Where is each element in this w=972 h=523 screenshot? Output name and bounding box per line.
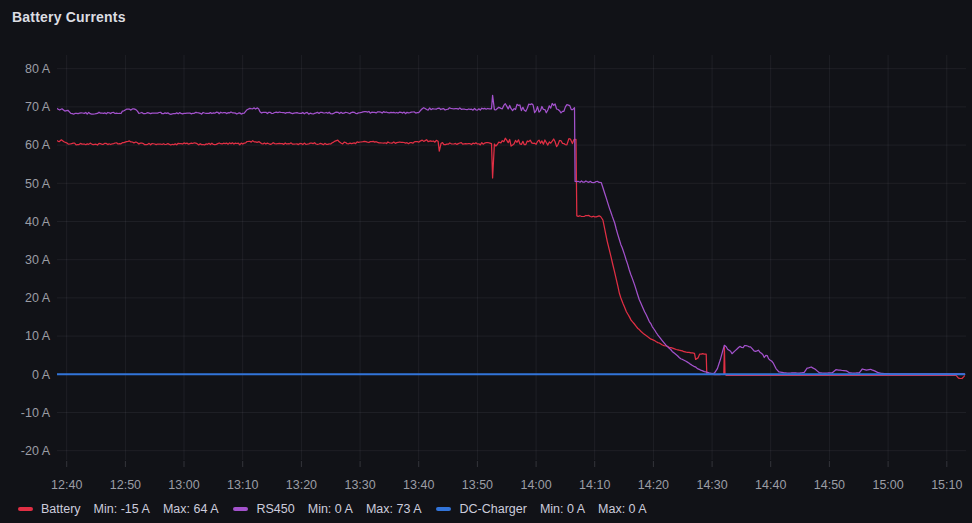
y-axis-tick-label: 10 A: [25, 329, 51, 343]
x-axis-tick-label: 13:30: [344, 478, 375, 492]
battery-currents-panel: Battery Currents 80 A70 A60 A50 A40 A30 …: [0, 0, 972, 523]
legend-series-head: Battery: [18, 502, 81, 516]
y-axis-tick-label: 60 A: [25, 138, 51, 152]
y-axis-tick-label: -20 A: [21, 444, 51, 458]
legend-max-value: Max: 73 A: [366, 502, 422, 516]
legend-swatch-icon: [233, 507, 248, 512]
y-axis-tick-label: 20 A: [25, 291, 51, 305]
x-axis-tick-label: 14:30: [696, 478, 727, 492]
y-axis-tick-label: 80 A: [25, 62, 51, 76]
x-axis-tick-label: 15:10: [931, 478, 962, 492]
legend-item-rs450[interactable]: RS450Min: 0 AMax: 73 A: [233, 502, 421, 516]
x-axis-tick-label: 13:40: [403, 478, 434, 492]
legend-max-value: Max: 64 A: [163, 502, 219, 516]
x-axis-labels: 12:4012:5013:0013:1013:2013:3013:4013:50…: [51, 461, 962, 492]
x-axis-tick-label: 14:40: [755, 478, 786, 492]
x-axis-tick-label: 13:50: [462, 478, 493, 492]
legend-min-value: Min: 0 A: [308, 502, 353, 516]
x-axis-tick-label: 14:00: [520, 478, 551, 492]
x-axis-tick-label: 12:40: [51, 478, 82, 492]
x-axis-tick-label: 14:10: [579, 478, 610, 492]
legend-swatch-icon: [436, 507, 451, 512]
legend-max-value: Max: 0 A: [598, 502, 647, 516]
y-axis-tick-label: 50 A: [25, 177, 51, 191]
chart-legend: BatteryMin: -15 AMax: 64 ARS450Min: 0 AM…: [18, 499, 647, 519]
x-axis-tick-label: 14:50: [814, 478, 845, 492]
legend-label: Battery: [41, 502, 81, 516]
y-axis-tick-label: 30 A: [25, 253, 51, 267]
chart-canvas[interactable]: 80 A70 A60 A50 A40 A30 A20 A10 A0 A-10 A…: [0, 0, 972, 494]
legend-swatch-icon: [18, 507, 33, 512]
legend-item-battery[interactable]: BatteryMin: -15 AMax: 64 A: [18, 502, 218, 516]
x-axis-tick-label: 13:00: [168, 478, 199, 492]
y-axis-tick-label: 0 A: [32, 368, 51, 382]
grid-lines: [57, 55, 966, 460]
legend-item-dc-charger[interactable]: DC-ChargerMin: 0 AMax: 0 A: [436, 502, 646, 516]
series-line-rs450[interactable]: [57, 95, 965, 374]
x-axis-tick-label: 14:20: [638, 478, 669, 492]
legend-min-value: Min: -15 A: [94, 502, 150, 516]
x-axis-tick-label: 13:20: [286, 478, 317, 492]
x-axis-tick-label: 12:50: [110, 478, 141, 492]
x-axis-tick-label: 13:10: [227, 478, 258, 492]
legend-min-value: Min: 0 A: [540, 502, 585, 516]
y-axis-tick-label: -10 A: [21, 406, 51, 420]
y-axis-tick-label: 70 A: [25, 100, 51, 114]
y-axis-tick-label: 40 A: [25, 215, 51, 229]
legend-label: RS450: [256, 502, 294, 516]
x-axis-tick-label: 15:00: [872, 478, 903, 492]
legend-series-head: DC-Charger: [436, 502, 526, 516]
legend-label: DC-Charger: [459, 502, 526, 516]
y-axis-labels: 80 A70 A60 A50 A40 A30 A20 A10 A0 A-10 A…: [21, 62, 51, 458]
series-line-battery[interactable]: [57, 138, 965, 378]
legend-series-head: RS450: [233, 502, 294, 516]
